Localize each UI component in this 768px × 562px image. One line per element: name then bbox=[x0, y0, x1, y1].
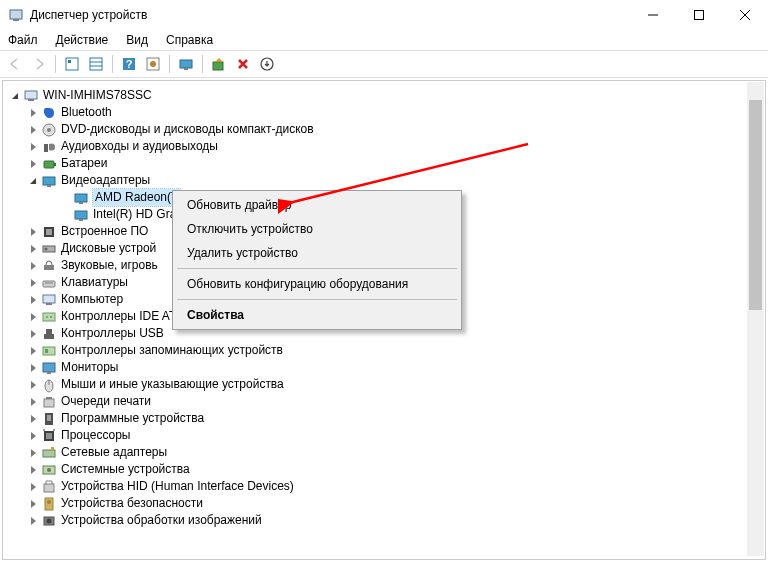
expander-icon[interactable] bbox=[27, 413, 39, 425]
expander-icon[interactable] bbox=[27, 464, 39, 476]
category-label: DVD-дисководы и дисководы компакт-дисков bbox=[61, 121, 314, 138]
expander-icon[interactable] bbox=[27, 175, 39, 187]
help-icon[interactable]: ? bbox=[118, 53, 140, 75]
ctx-properties[interactable]: Свойства bbox=[175, 303, 459, 327]
expander-icon[interactable] bbox=[27, 124, 39, 136]
scan-icon[interactable] bbox=[208, 53, 230, 75]
tree-category[interactable]: Очереди печати bbox=[9, 393, 765, 410]
category-label: Звуковые, игровь bbox=[61, 257, 158, 274]
expander-icon[interactable] bbox=[27, 328, 39, 340]
expander-icon[interactable] bbox=[27, 515, 39, 527]
device-icon bbox=[73, 207, 89, 223]
expander-icon[interactable] bbox=[27, 430, 39, 442]
ctx-scan-hardware[interactable]: Обновить конфигурацию оборудования bbox=[175, 272, 459, 296]
delete-icon[interactable] bbox=[232, 53, 254, 75]
expander-icon[interactable] bbox=[27, 107, 39, 119]
svg-text:?: ? bbox=[126, 58, 133, 70]
svg-rect-40 bbox=[46, 303, 52, 305]
ctx-disable-device[interactable]: Отключить устройство bbox=[175, 217, 459, 241]
category-icon bbox=[41, 241, 57, 257]
svg-rect-39 bbox=[43, 295, 55, 303]
expander-icon[interactable] bbox=[27, 311, 39, 323]
tree-category[interactable]: Сетевые адаптеры bbox=[9, 444, 765, 461]
expander-icon[interactable] bbox=[27, 379, 39, 391]
svg-rect-31 bbox=[79, 219, 83, 221]
category-label: Компьютер bbox=[61, 291, 123, 308]
expander-icon[interactable] bbox=[9, 90, 21, 102]
expander-icon[interactable] bbox=[27, 226, 39, 238]
svg-rect-50 bbox=[44, 399, 54, 407]
category-icon bbox=[41, 445, 57, 461]
tree-category[interactable]: Bluetooth bbox=[9, 104, 765, 121]
svg-rect-0 bbox=[10, 10, 22, 19]
category-label: Видеоадаптеры bbox=[61, 172, 150, 189]
maximize-button[interactable] bbox=[676, 0, 722, 30]
spacer bbox=[59, 192, 71, 204]
expander-icon[interactable] bbox=[27, 141, 39, 153]
ctx-update-driver[interactable]: Обновить драйвер bbox=[175, 193, 459, 217]
toolbar-icon[interactable] bbox=[61, 53, 83, 75]
category-icon bbox=[41, 428, 57, 444]
svg-rect-33 bbox=[46, 229, 52, 235]
tree-category[interactable]: Мониторы bbox=[9, 359, 765, 376]
expander-icon[interactable] bbox=[27, 345, 39, 357]
expander-icon[interactable] bbox=[27, 277, 39, 289]
tree-category[interactable]: Устройства обработки изображений bbox=[9, 512, 765, 529]
toolbar-icon[interactable] bbox=[142, 53, 164, 75]
close-button[interactable] bbox=[722, 0, 768, 30]
tree-category[interactable]: Процессоры bbox=[9, 427, 765, 444]
category-label: Устройства обработки изображений bbox=[61, 512, 262, 529]
tree-category[interactable]: Контроллеры запоминающих устройств bbox=[9, 342, 765, 359]
expander-icon[interactable] bbox=[27, 260, 39, 272]
category-label: Программные устройства bbox=[61, 410, 204, 427]
svg-rect-46 bbox=[43, 363, 55, 372]
category-label: Мыши и иные указывающие устройства bbox=[61, 376, 284, 393]
category-label: Процессоры bbox=[61, 427, 131, 444]
category-label: Контроллеры USB bbox=[61, 325, 164, 342]
update-icon[interactable] bbox=[175, 53, 197, 75]
minimize-button[interactable] bbox=[630, 0, 676, 30]
menu-action[interactable]: Действие bbox=[56, 33, 109, 47]
svg-point-22 bbox=[47, 128, 51, 132]
svg-rect-44 bbox=[43, 347, 55, 355]
svg-point-64 bbox=[47, 500, 51, 504]
tree-category[interactable]: Мыши и иные указывающие устройства bbox=[9, 376, 765, 393]
category-label: Очереди печати bbox=[61, 393, 151, 410]
svg-point-61 bbox=[47, 468, 51, 472]
menu-view[interactable]: Вид bbox=[126, 33, 148, 47]
toolbar-icon[interactable] bbox=[85, 53, 107, 75]
back-button[interactable] bbox=[4, 53, 26, 75]
svg-rect-27 bbox=[47, 185, 51, 187]
vertical-scrollbar[interactable] bbox=[747, 82, 764, 556]
svg-rect-37 bbox=[43, 281, 55, 287]
tree-root[interactable]: WIN-IMHIMS78SSC bbox=[9, 87, 765, 104]
svg-rect-25 bbox=[54, 163, 56, 166]
tree-category[interactable]: Аудиовходы и аудиовыходы bbox=[9, 138, 765, 155]
expander-icon[interactable] bbox=[27, 243, 39, 255]
tree-category[interactable]: Программные устройства bbox=[9, 410, 765, 427]
tree-category[interactable]: Батареи bbox=[9, 155, 765, 172]
menu-help[interactable]: Справка bbox=[166, 33, 213, 47]
expander-icon[interactable] bbox=[27, 481, 39, 493]
forward-button[interactable] bbox=[28, 53, 50, 75]
expander-icon[interactable] bbox=[27, 294, 39, 306]
expander-icon[interactable] bbox=[27, 447, 39, 459]
category-icon bbox=[41, 411, 57, 427]
expander-icon[interactable] bbox=[27, 396, 39, 408]
category-icon bbox=[41, 462, 57, 478]
tree-category[interactable]: Устройства HID (Human Interface Devices) bbox=[9, 478, 765, 495]
svg-rect-26 bbox=[43, 177, 55, 185]
ctx-remove-device[interactable]: Удалить устройство bbox=[175, 241, 459, 265]
expander-icon[interactable] bbox=[27, 362, 39, 374]
toolbar-icon[interactable] bbox=[256, 53, 278, 75]
menu-file[interactable]: Файл bbox=[8, 33, 38, 47]
category-label: Системные устройства bbox=[61, 461, 190, 478]
svg-point-42 bbox=[46, 316, 48, 318]
expander-icon[interactable] bbox=[27, 498, 39, 510]
expander-icon[interactable] bbox=[27, 158, 39, 170]
tree-category[interactable]: Системные устройства bbox=[9, 461, 765, 478]
tree-category[interactable]: Видеоадаптеры bbox=[9, 172, 765, 189]
tree-category[interactable]: Устройства безопасности bbox=[9, 495, 765, 512]
spacer bbox=[59, 209, 71, 221]
tree-category[interactable]: DVD-дисководы и дисководы компакт-дисков bbox=[9, 121, 765, 138]
